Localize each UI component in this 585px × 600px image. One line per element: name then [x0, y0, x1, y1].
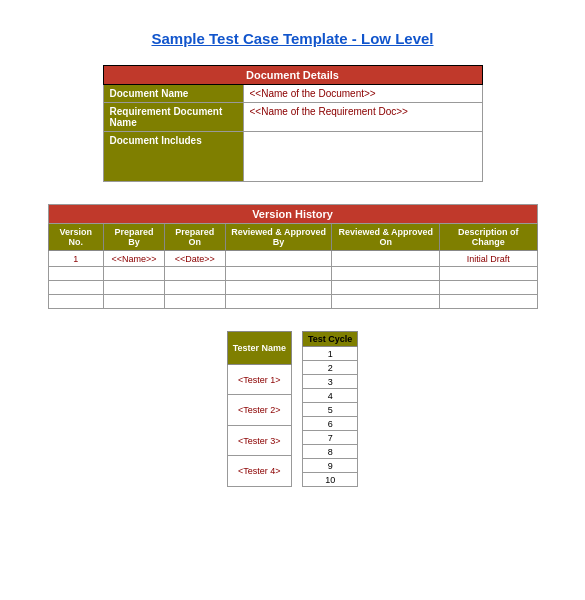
cycle-table: Test Cycle 1 2 3 4 5 6 7 8 9 10: [302, 331, 358, 487]
doc-name-value: <<Name of the Document>>: [243, 85, 482, 103]
col-reviewed-on: Reviewed & Approved On: [332, 224, 440, 251]
doc-includes-value: [243, 132, 482, 182]
row1-prepared-on: <<Date>>: [164, 251, 225, 267]
cycle-4: 4: [303, 389, 358, 403]
cycle-8: 8: [303, 445, 358, 459]
page: Sample Test Case Template - Low Level Do…: [0, 0, 585, 600]
cycle-6: 6: [303, 417, 358, 431]
table-row: [48, 267, 537, 281]
cycle-9: 9: [303, 459, 358, 473]
cycle-3: 3: [303, 375, 358, 389]
tester-3: <Tester 3>: [227, 425, 291, 456]
doc-details-header: Document Details: [103, 66, 482, 85]
doc-name-label: Document Name: [103, 85, 243, 103]
row1-description: Initial Draft: [440, 251, 537, 267]
doc-includes-label: Document Includes: [103, 132, 243, 182]
col-prepared-by: Prepared By: [104, 224, 165, 251]
tester-4: <Tester 4>: [227, 456, 291, 487]
col-description: Description of Change: [440, 224, 537, 251]
table-row: [48, 295, 537, 309]
col-prepared-on: Prepared On: [164, 224, 225, 251]
req-doc-name-label: Requirement Document Name: [103, 103, 243, 132]
row1-reviewed-by: [225, 251, 332, 267]
cycle-2: 2: [303, 361, 358, 375]
col-version: Version No.: [48, 224, 104, 251]
tester-1: <Tester 1>: [227, 364, 291, 395]
cycle-7: 7: [303, 431, 358, 445]
table-row: [48, 281, 537, 295]
cycle-10: 10: [303, 473, 358, 487]
tester-header: Tester Name: [227, 332, 291, 365]
cycle-5: 5: [303, 403, 358, 417]
cycle-header: Test Cycle: [303, 332, 358, 347]
cycle-1: 1: [303, 347, 358, 361]
tester-2: <Tester 2>: [227, 395, 291, 426]
col-reviewed-by: Reviewed & Approved By: [225, 224, 332, 251]
row1-reviewed-on: [332, 251, 440, 267]
row1-version: 1: [48, 251, 104, 267]
page-title: Sample Test Case Template - Low Level: [30, 30, 555, 47]
tester-table: Tester Name <Tester 1> <Tester 2> <Teste…: [227, 331, 292, 487]
version-history-table: Version History Version No. Prepared By …: [48, 204, 538, 309]
small-tables-area: Tester Name <Tester 1> <Tester 2> <Teste…: [30, 331, 555, 487]
version-header: Version History: [48, 205, 537, 224]
table-row: 1 <<Name>> <<Date>> Initial Draft: [48, 251, 537, 267]
document-details-table: Document Details Document Name <<Name of…: [103, 65, 483, 182]
req-doc-name-value: <<Name of the Requirement Doc>>: [243, 103, 482, 132]
row1-prepared-by: <<Name>>: [104, 251, 165, 267]
